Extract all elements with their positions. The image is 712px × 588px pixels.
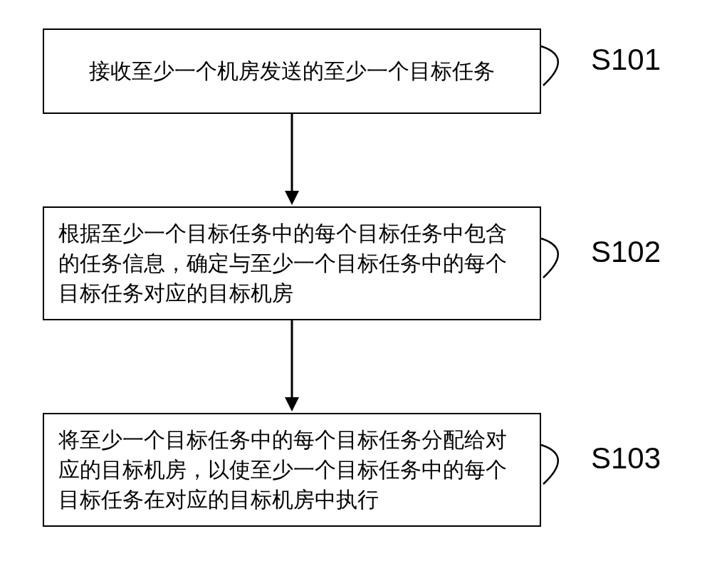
flow-step-2: 根据至少一个目标任务中的每个目标任务中包含的任务信息，确定与至少一个目标任务中的… bbox=[43, 206, 541, 320]
label-s102: S102 bbox=[591, 235, 661, 269]
arrow-1-2 bbox=[281, 114, 303, 206]
arrow-2-3 bbox=[281, 320, 303, 413]
connector-s102 bbox=[540, 235, 590, 285]
flow-step-1-text: 接收至少一个机房发送的至少一个目标任务 bbox=[89, 56, 495, 86]
connector-s103 bbox=[540, 441, 590, 491]
connector-s101 bbox=[540, 43, 590, 93]
label-s101: S101 bbox=[591, 43, 661, 77]
flow-step-3-text: 将至少一个目标任务中的每个目标任务分配给对应的目标机房，以使至少一个目标任务中的… bbox=[58, 425, 525, 515]
flow-step-3: 将至少一个目标任务中的每个目标任务分配给对应的目标机房，以使至少一个目标任务中的… bbox=[43, 413, 541, 527]
svg-marker-1 bbox=[285, 191, 299, 205]
flow-step-2-text: 根据至少一个目标任务中的每个目标任务中包含的任务信息，确定与至少一个目标任务中的… bbox=[58, 219, 525, 308]
label-s103: S103 bbox=[591, 441, 661, 476]
flow-step-1: 接收至少一个机房发送的至少一个目标任务 bbox=[43, 28, 541, 114]
svg-marker-3 bbox=[285, 397, 299, 411]
